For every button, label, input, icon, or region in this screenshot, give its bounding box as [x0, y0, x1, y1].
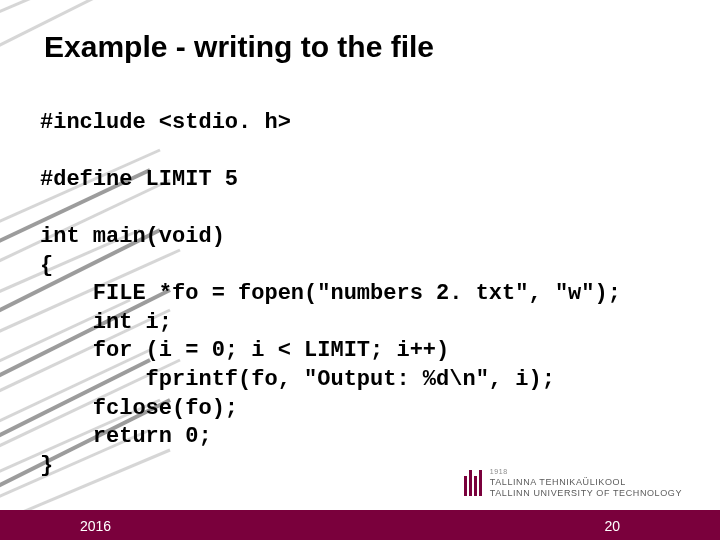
- logo-line2: TALLINN UNIVERSITY OF TECHNOLOGY: [490, 488, 682, 498]
- logo-line1: TALLINNA TEHNIKAÜLIKOOL: [490, 477, 682, 487]
- footer-year: 2016: [80, 518, 111, 534]
- logo-bars-icon: [464, 470, 482, 496]
- code-line: #define LIMIT 5: [40, 167, 238, 192]
- code-block: #include <stdio. h> #define LIMIT 5 int …: [40, 80, 690, 480]
- slide-title: Example - writing to the file: [44, 30, 690, 64]
- code-line: for (i = 0; i < LIMIT; i++): [40, 338, 449, 363]
- logo-text: 1918 TALLINNA TEHNIKAÜLIKOOL TALLINN UNI…: [490, 468, 682, 498]
- logo-founding-year: 1918: [490, 468, 682, 476]
- code-line: FILE *fo = fopen("numbers 2. txt", "w");: [40, 281, 621, 306]
- code-line: {: [40, 253, 53, 278]
- code-line: fclose(fo);: [40, 396, 238, 421]
- footer-page-number: 20: [604, 518, 620, 534]
- slide: Example - writing to the file #include <…: [0, 0, 720, 540]
- university-logo: 1918 TALLINNA TEHNIKAÜLIKOOL TALLINN UNI…: [464, 468, 682, 498]
- code-line: #include <stdio. h>: [40, 110, 291, 135]
- code-line: return 0;: [40, 424, 212, 449]
- code-line: int main(void): [40, 224, 225, 249]
- code-line: fprintf(fo, "Output: %d\n", i);: [40, 367, 555, 392]
- footer-bar: 2016 20: [0, 510, 720, 540]
- code-line: int i;: [40, 310, 172, 335]
- code-line: }: [40, 453, 53, 478]
